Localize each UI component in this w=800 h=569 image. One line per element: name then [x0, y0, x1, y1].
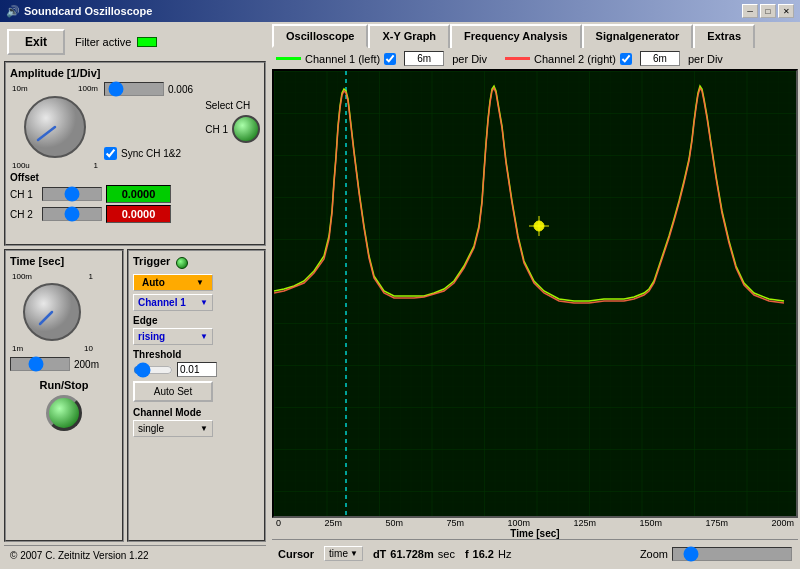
status-text: © 2007 C. Zeitnitz Version 1.22 — [10, 550, 149, 561]
f-section: f 16.2 Hz — [465, 548, 512, 560]
tab-signalgenerator[interactable]: Signalgenerator — [582, 24, 694, 48]
dt-label: dT — [373, 548, 386, 560]
f-label: f — [465, 548, 469, 560]
threshold-slider[interactable] — [133, 364, 173, 376]
trigger-channel-button[interactable]: Channel 1 ▼ — [133, 294, 213, 311]
ch1-select-label: CH 1 — [205, 124, 228, 135]
channel-mode-label: Channel Mode — [133, 407, 201, 418]
window-controls: ─ □ ✕ — [742, 4, 794, 18]
auto-set-button[interactable]: Auto Set — [133, 381, 213, 402]
edge-arrow: ▼ — [200, 332, 208, 341]
exit-button[interactable]: Exit — [7, 29, 65, 55]
channel-controls: Channel 1 (left) per Div Channel 2 (righ… — [272, 48, 798, 69]
trigger-led — [176, 257, 188, 269]
tick-75m: 75m — [446, 518, 464, 528]
tab-oscilloscope[interactable]: Oscilloscope — [272, 24, 368, 48]
ch2-per-div-unit: per Div — [688, 53, 723, 65]
top-controls: Exit Filter active — [4, 26, 266, 58]
edge-label: Edge — [133, 315, 157, 326]
cursor-type-arrow: ▼ — [350, 549, 358, 558]
cursor-type-button[interactable]: time ▼ — [324, 546, 363, 561]
ch2-checkbox[interactable] — [620, 53, 632, 65]
offset-section: Offset CH 1 0.0000 CH 2 0.0000 — [10, 172, 260, 223]
tick-200m: 200m — [771, 518, 794, 528]
close-button[interactable]: ✕ — [778, 4, 794, 18]
title-bar: 🔊 Soundcard Oszilloscope ─ □ ✕ — [0, 0, 800, 22]
threshold-value-input[interactable] — [177, 362, 217, 377]
ch2-label: Channel 2 (right) — [534, 53, 616, 65]
sync-checkbox-section: Sync CH 1&2 — [104, 147, 260, 160]
select-ch-label: Select CH — [205, 100, 250, 111]
ch1-checkbox[interactable] — [384, 53, 396, 65]
ch2-per-div-input[interactable] — [640, 51, 680, 66]
offset-ch2-value: 0.0000 — [106, 205, 171, 223]
tick-25m: 25m — [324, 518, 342, 528]
trigger-edge-button[interactable]: rising ▼ — [133, 328, 213, 345]
zoom-section: Zoom — [640, 547, 792, 561]
ch1-line — [276, 57, 301, 60]
app-title: 🔊 Soundcard Oszilloscope — [6, 5, 152, 18]
tick-150m: 150m — [639, 518, 662, 528]
left-panel: Exit Filter active Amplitude [1/Div] 10m… — [0, 22, 270, 569]
offset-title: Offset — [10, 172, 260, 183]
tick-175m: 175m — [705, 518, 728, 528]
amplitude-slider[interactable] — [104, 82, 164, 96]
amplitude-knob[interactable] — [10, 82, 100, 172]
tab-bar: Oscilloscope X-Y Graph Frequency Analysi… — [272, 24, 798, 48]
amplitude-panel: Amplitude [1/Div] 10m 100m 100u 1 — [4, 61, 266, 246]
tab-extras[interactable]: Extras — [693, 24, 755, 48]
offset-ch1-value: 0.0000 — [106, 185, 171, 203]
dt-unit: sec — [438, 548, 455, 560]
trigger-mode-arrow: ▼ — [196, 278, 204, 287]
trigger-ch-arrow: ▼ — [200, 298, 208, 307]
tick-125m: 125m — [573, 518, 596, 528]
run-stop-section: Run/Stop — [10, 375, 118, 435]
time-knob[interactable] — [10, 270, 95, 355]
minimize-button[interactable]: ─ — [742, 4, 758, 18]
zoom-label: Zoom — [640, 548, 668, 560]
channel-mode-section: Channel Mode single ▼ — [133, 406, 260, 437]
threshold-label: Threshold — [133, 349, 181, 360]
ch1-indicator: Channel 1 (left) — [276, 53, 396, 65]
trigger-title: Trigger — [133, 255, 170, 267]
x-axis-label: Time [sec] — [272, 528, 798, 539]
time-slider-value: 200m — [74, 359, 99, 370]
offset-ch2-row: CH 2 0.0000 — [10, 205, 260, 223]
offset-ch2-slider[interactable] — [42, 207, 102, 221]
filter-active-section: Filter active — [75, 36, 157, 48]
tick-100m: 100m — [507, 518, 530, 528]
tick-50m: 50m — [385, 518, 403, 528]
channel-mode-arrow: ▼ — [200, 424, 208, 433]
f-value: 16.2 — [473, 548, 494, 560]
offset-ch1-label: CH 1 — [10, 189, 38, 200]
trigger-panel: Trigger Auto ▼ Channel 1 ▼ Edge rising ▼ — [127, 249, 266, 542]
ch2-indicator: Channel 2 (right) — [505, 53, 632, 65]
sync-label: Sync CH 1&2 — [121, 148, 181, 159]
tab-frequency-analysis[interactable]: Frequency Analysis — [450, 24, 582, 48]
right-panel: Oscilloscope X-Y Graph Frequency Analysi… — [270, 22, 800, 569]
offset-ch1-slider[interactable] — [42, 187, 102, 201]
bottom-left-section: Time [sec] 100m 1 1m 10 — [4, 249, 266, 542]
filter-active-led — [137, 37, 157, 47]
offset-ch2-label: CH 2 — [10, 209, 38, 220]
trigger-mode-button[interactable]: Auto ▼ — [133, 274, 213, 291]
maximize-button[interactable]: □ — [760, 4, 776, 18]
time-slider[interactable] — [10, 357, 70, 371]
tab-xy-graph[interactable]: X-Y Graph — [368, 24, 450, 48]
zoom-slider[interactable] — [672, 547, 792, 561]
dt-section: dT 61.728m sec — [373, 548, 455, 560]
amplitude-title: Amplitude [1/Div] — [10, 67, 260, 79]
sync-checkbox[interactable] — [104, 147, 117, 160]
ch1-select-indicator[interactable] — [232, 115, 260, 143]
ch1-label: Channel 1 (left) — [305, 53, 380, 65]
amplitude-slider-value: 0.006 — [168, 84, 193, 95]
time-title: Time [sec] — [10, 255, 118, 267]
run-stop-button[interactable] — [46, 395, 82, 431]
app-icon: 🔊 — [6, 5, 20, 18]
run-stop-label: Run/Stop — [40, 379, 89, 391]
time-panel: Time [sec] 100m 1 1m 10 — [4, 249, 124, 542]
channel-mode-button[interactable]: single ▼ — [133, 420, 213, 437]
ch2-line — [505, 57, 530, 60]
ch1-per-div-input[interactable] — [404, 51, 444, 66]
x-axis-ticks: 0 25m 50m 75m 100m 125m 150m 175m 200m — [272, 518, 798, 528]
